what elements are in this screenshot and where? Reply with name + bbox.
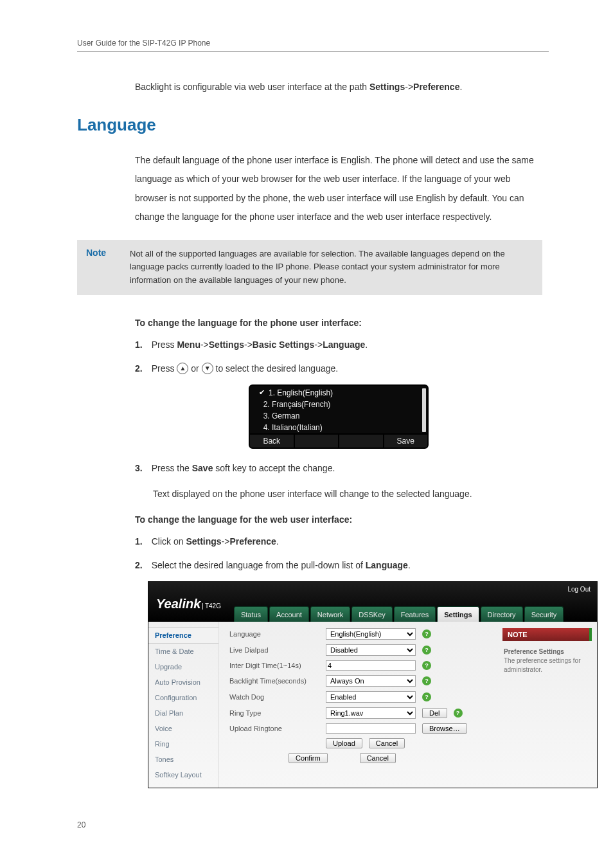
help-icon[interactable]: ? xyxy=(422,629,431,638)
sidebar-item-softkeylayout[interactable]: Softkey Layout xyxy=(148,767,218,782)
step-num: 2. xyxy=(135,361,143,377)
language-description: The default language of the phone user i… xyxy=(135,151,542,227)
step-2: 2. Press ▲ or ▼ to select the desired la… xyxy=(135,361,542,377)
webui-main: Language English(English) ? Live Dialpad… xyxy=(219,622,497,788)
sidebar-item-configuration[interactable]: Configuration xyxy=(148,690,218,705)
select-ringtype[interactable]: Ring1.wav xyxy=(326,707,416,719)
webui-screenshot: Log Out Yealink|T42G Status Account Netw… xyxy=(148,581,598,788)
step-3: 3. Press the Save soft key to accept the… xyxy=(135,460,542,476)
webui-tabs: Status Account Network DSSKey Features S… xyxy=(234,606,564,622)
label-inter-digit: Inter Digit Time(1~14s) xyxy=(229,662,319,669)
cancel-button[interactable]: Cancel xyxy=(369,738,405,748)
sidebar-item-preference[interactable]: Preference xyxy=(148,627,218,644)
label-upload-ringtone: Upload Ringtone xyxy=(229,725,319,732)
step-num: 3. xyxy=(135,460,143,476)
label-backlight: Backlight Time(seconds) xyxy=(229,677,319,685)
step-num: 1. xyxy=(135,534,143,550)
step-num: 1. xyxy=(135,337,143,353)
select-watchdog[interactable]: Enabled xyxy=(326,691,416,703)
tab-directory[interactable]: Directory xyxy=(481,606,523,622)
tab-security[interactable]: Security xyxy=(524,606,564,622)
select-live-dialpad[interactable]: Disabled xyxy=(326,644,416,656)
sidebar-item-ring[interactable]: Ring xyxy=(148,736,218,752)
sidebar-item-autoprovision[interactable]: Auto Provision xyxy=(148,674,218,690)
lcd-row-selected: ✔1. English(English) xyxy=(253,387,425,399)
lcd-softkey-save: Save xyxy=(383,435,428,448)
step-1: 1. Press Menu->Settings->Basic Settings-… xyxy=(135,337,542,353)
page-number: 20 xyxy=(77,820,549,829)
step-w1: 1. Click on Settings->Preference. xyxy=(135,534,542,550)
lcd-softkey-back: Back xyxy=(250,435,294,448)
label-language: Language xyxy=(229,630,319,638)
tab-status[interactable]: Status xyxy=(234,606,268,622)
phone-lcd-screenshot: ✔1. English(English) 2. Français(French)… xyxy=(249,384,429,449)
tab-settings[interactable]: Settings xyxy=(437,606,479,622)
lcd-row: 2. Français(French) xyxy=(253,399,425,410)
logout-link[interactable]: Log Out xyxy=(567,586,591,593)
sidebar-item-voice[interactable]: Voice xyxy=(148,721,218,736)
note-box: Note Not all of the supported languages … xyxy=(77,240,542,295)
upload-button[interactable]: Upload xyxy=(326,738,362,748)
label-watchdog: Watch Dog xyxy=(229,693,319,701)
note-panel-title: Preference Settings xyxy=(504,648,564,655)
note-text: Not all of the supported languages are a… xyxy=(130,248,535,287)
help-icon[interactable]: ? xyxy=(422,661,431,670)
lcd-scrollbar xyxy=(422,388,426,432)
subhead-web-lang: To change the language for the web user … xyxy=(135,514,542,525)
section-title-language: Language xyxy=(77,115,549,135)
del-button[interactable]: Del xyxy=(422,708,447,718)
lcd-softkey-empty xyxy=(338,435,383,448)
cancel-button[interactable]: Cancel xyxy=(360,753,396,763)
post-step-text: Text displayed on the phone user interfa… xyxy=(153,485,542,503)
lcd-row: 3. German xyxy=(253,410,425,422)
webui-note-panel: NOTE Preference Settings The preference … xyxy=(497,622,597,788)
down-arrow-icon: ▼ xyxy=(202,363,213,374)
check-icon: ✔ xyxy=(259,388,265,397)
subhead-phone-lang: To change the language for the phone use… xyxy=(135,318,542,328)
note-panel-head: NOTE xyxy=(502,628,592,641)
input-upload-path[interactable] xyxy=(326,723,416,734)
tab-account[interactable]: Account xyxy=(269,606,309,622)
lcd-softkey-empty xyxy=(294,435,339,448)
input-inter-digit[interactable] xyxy=(326,660,416,671)
label-live-dialpad: Live Dialpad xyxy=(229,646,319,654)
step-w2: 2. Select the desired language from the … xyxy=(135,557,542,574)
note-panel-body: The preference settings for administrato… xyxy=(504,657,581,673)
tab-features[interactable]: Features xyxy=(394,606,436,622)
select-backlight[interactable]: Always On xyxy=(326,675,416,687)
note-label: Note xyxy=(86,248,118,287)
help-icon[interactable]: ? xyxy=(422,676,431,685)
label-ringtype: Ring Type xyxy=(229,709,319,717)
sidebar-item-timedate[interactable]: Time & Date xyxy=(148,644,218,659)
tab-dsskey[interactable]: DSSKey xyxy=(351,606,393,622)
help-icon[interactable]: ? xyxy=(422,646,431,655)
lcd-row: 4. Italiano(Italian) xyxy=(253,422,425,433)
browse-button[interactable]: Browse… xyxy=(422,723,467,734)
sidebar-item-dialplan[interactable]: Dial Plan xyxy=(148,705,218,721)
brand-logo: Yealink|T42G xyxy=(156,597,221,622)
sidebar-item-upgrade[interactable]: Upgrade xyxy=(148,659,218,674)
help-icon[interactable]: ? xyxy=(422,692,431,701)
confirm-button[interactable]: Confirm xyxy=(289,753,328,763)
intro-paragraph: Backlight is configurable via web user i… xyxy=(135,78,542,96)
help-icon[interactable]: ? xyxy=(454,709,463,718)
tab-network[interactable]: Network xyxy=(310,606,350,622)
page-header: User Guide for the SIP-T42G IP Phone xyxy=(77,39,549,52)
step-num: 2. xyxy=(135,557,143,574)
up-arrow-icon: ▲ xyxy=(177,363,188,374)
select-language[interactable]: English(English) xyxy=(326,628,416,640)
